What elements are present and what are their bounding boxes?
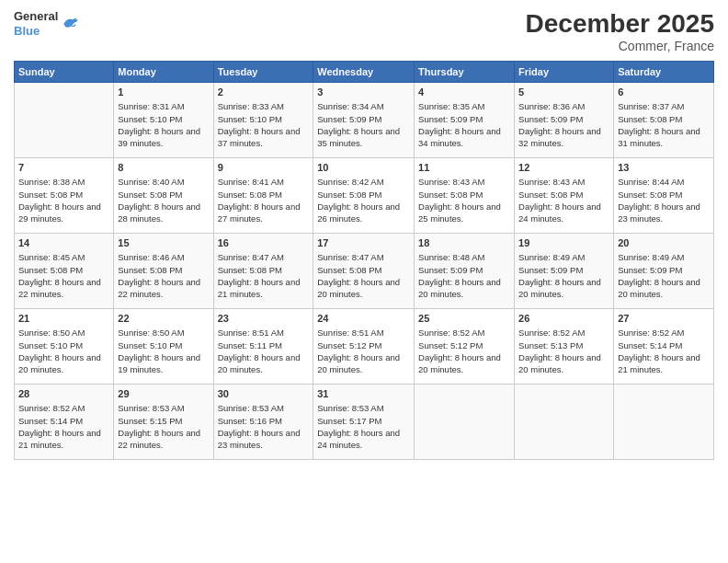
day-cell: 27 Sunrise: 8:52 AM Sunset: 5:14 PM Dayl… (614, 309, 714, 385)
day-cell: 20 Sunrise: 8:49 AM Sunset: 5:09 PM Dayl… (614, 234, 714, 309)
sunset-text: Sunset: 5:13 PM (518, 340, 583, 350)
logo: General Blue (14, 9, 79, 38)
sunset-text: Sunset: 5:14 PM (618, 340, 682, 350)
header: General Blue December 2025 Commer, Franc… (14, 9, 714, 53)
sunset-text: Sunset: 5:08 PM (18, 190, 83, 200)
day-cell: 25 Sunrise: 8:52 AM Sunset: 5:12 PM Dayl… (415, 309, 515, 385)
sunrise-text: Sunrise: 8:42 AM (317, 177, 383, 187)
daylight-text: Daylight: 8 hours and 27 minutes. (218, 201, 301, 224)
day-number: 8 (118, 161, 209, 175)
day-number: 14 (18, 236, 109, 250)
day-cell: 14 Sunrise: 8:45 AM Sunset: 5:08 PM Dayl… (15, 234, 114, 309)
weekday-header-friday: Friday (515, 62, 614, 83)
day-number: 19 (518, 236, 609, 250)
sunset-text: Sunset: 5:11 PM (218, 340, 282, 350)
day-cell: 1 Sunrise: 8:31 AM Sunset: 5:10 PM Dayli… (114, 83, 213, 158)
daylight-text: Daylight: 8 hours and 20 minutes. (518, 352, 601, 374)
location: Commer, France (526, 39, 714, 53)
daylight-text: Daylight: 8 hours and 20 minutes. (518, 277, 601, 299)
daylight-text: Daylight: 8 hours and 24 minutes. (317, 428, 400, 450)
day-number: 17 (317, 236, 410, 250)
daylight-text: Daylight: 8 hours and 32 minutes. (518, 126, 601, 148)
sunrise-text: Sunrise: 8:48 AM (418, 252, 484, 262)
sunrise-text: Sunrise: 8:45 AM (18, 252, 85, 262)
sunset-text: Sunset: 5:10 PM (118, 340, 182, 350)
day-number: 9 (218, 161, 310, 175)
sunset-text: Sunset: 5:09 PM (418, 265, 483, 275)
day-cell: 31 Sunrise: 8:53 AM Sunset: 5:17 PM Dayl… (313, 385, 415, 460)
day-number: 7 (18, 161, 109, 175)
day-cell: 4 Sunrise: 8:35 AM Sunset: 5:09 PM Dayli… (415, 83, 515, 158)
logo-general: General (14, 9, 58, 24)
day-cell: 21 Sunrise: 8:50 AM Sunset: 5:10 PM Dayl… (15, 309, 114, 385)
sunset-text: Sunset: 5:08 PM (618, 190, 682, 200)
sunrise-text: Sunrise: 8:35 AM (418, 101, 484, 111)
daylight-text: Daylight: 8 hours and 21 minutes. (618, 352, 700, 374)
weekday-header-monday: Monday (114, 62, 213, 83)
day-cell: 29 Sunrise: 8:53 AM Sunset: 5:15 PM Dayl… (114, 385, 213, 460)
day-cell: 16 Sunrise: 8:47 AM Sunset: 5:08 PM Dayl… (213, 234, 313, 309)
sunset-text: Sunset: 5:09 PM (317, 114, 381, 124)
day-number: 15 (118, 236, 209, 250)
sunset-text: Sunset: 5:09 PM (418, 114, 483, 124)
day-number: 23 (218, 312, 310, 326)
day-cell: 9 Sunrise: 8:41 AM Sunset: 5:08 PM Dayli… (213, 158, 313, 234)
sunset-text: Sunset: 5:08 PM (118, 265, 182, 275)
day-cell: 28 Sunrise: 8:52 AM Sunset: 5:14 PM Dayl… (15, 385, 114, 460)
sunrise-text: Sunrise: 8:49 AM (518, 252, 585, 262)
day-number: 10 (317, 161, 410, 175)
sunset-text: Sunset: 5:17 PM (317, 416, 381, 426)
sunrise-text: Sunrise: 8:31 AM (118, 101, 184, 111)
daylight-text: Daylight: 8 hours and 39 minutes. (118, 126, 200, 148)
sunrise-text: Sunrise: 8:50 AM (18, 327, 85, 338)
day-cell: 18 Sunrise: 8:48 AM Sunset: 5:09 PM Dayl… (415, 234, 515, 309)
daylight-text: Daylight: 8 hours and 21 minutes. (218, 277, 301, 299)
week-row-1: 7 Sunrise: 8:38 AM Sunset: 5:08 PM Dayli… (15, 158, 714, 234)
day-number: 22 (118, 312, 209, 326)
day-number: 27 (618, 312, 710, 326)
day-cell: 2 Sunrise: 8:33 AM Sunset: 5:10 PM Dayli… (213, 83, 313, 158)
sunset-text: Sunset: 5:08 PM (418, 190, 483, 200)
sunrise-text: Sunrise: 8:52 AM (518, 327, 585, 338)
day-cell: 22 Sunrise: 8:50 AM Sunset: 5:10 PM Dayl… (114, 309, 213, 385)
sunrise-text: Sunrise: 8:38 AM (18, 177, 85, 187)
day-cell: 11 Sunrise: 8:43 AM Sunset: 5:08 PM Dayl… (415, 158, 515, 234)
sunset-text: Sunset: 5:08 PM (317, 190, 381, 200)
sunset-text: Sunset: 5:09 PM (518, 114, 583, 124)
sunrise-text: Sunrise: 8:47 AM (317, 252, 383, 262)
daylight-text: Daylight: 8 hours and 19 minutes. (118, 352, 200, 374)
day-cell: 12 Sunrise: 8:43 AM Sunset: 5:08 PM Dayl… (515, 158, 614, 234)
day-number: 5 (518, 86, 609, 99)
sunrise-text: Sunrise: 8:52 AM (618, 327, 684, 338)
sunset-text: Sunset: 5:08 PM (218, 265, 282, 275)
month-title: December 2025 (526, 9, 714, 39)
weekday-header-thursday: Thursday (415, 62, 515, 83)
sunrise-text: Sunrise: 8:41 AM (218, 177, 284, 187)
day-number: 13 (618, 161, 710, 175)
weekday-header-row: SundayMondayTuesdayWednesdayThursdayFrid… (15, 62, 714, 83)
daylight-text: Daylight: 8 hours and 20 minutes. (317, 352, 400, 374)
sunrise-text: Sunrise: 8:52 AM (418, 327, 484, 338)
calendar-table: SundayMondayTuesdayWednesdayThursdayFrid… (14, 61, 714, 460)
sunrise-text: Sunrise: 8:40 AM (118, 177, 184, 187)
weekday-header-wednesday: Wednesday (313, 62, 415, 83)
day-number: 11 (418, 161, 510, 175)
week-row-4: 28 Sunrise: 8:52 AM Sunset: 5:14 PM Dayl… (15, 385, 714, 460)
daylight-text: Daylight: 8 hours and 22 minutes. (118, 277, 200, 299)
day-cell: 3 Sunrise: 8:34 AM Sunset: 5:09 PM Dayli… (313, 83, 415, 158)
day-cell: 6 Sunrise: 8:37 AM Sunset: 5:08 PM Dayli… (614, 83, 714, 158)
daylight-text: Daylight: 8 hours and 24 minutes. (518, 201, 601, 224)
sunset-text: Sunset: 5:08 PM (317, 265, 381, 275)
day-number: 30 (218, 387, 310, 401)
day-number: 21 (18, 312, 109, 326)
daylight-text: Daylight: 8 hours and 20 minutes. (317, 277, 400, 299)
sunset-text: Sunset: 5:16 PM (218, 416, 282, 426)
daylight-text: Daylight: 8 hours and 25 minutes. (418, 201, 501, 224)
weekday-header-saturday: Saturday (614, 62, 714, 83)
sunrise-text: Sunrise: 8:53 AM (118, 403, 184, 413)
sunset-text: Sunset: 5:10 PM (218, 114, 282, 124)
day-number: 29 (118, 387, 209, 401)
sunrise-text: Sunrise: 8:34 AM (317, 101, 383, 111)
calendar-container: General Blue December 2025 Commer, Franc… (0, 0, 728, 563)
day-cell (415, 385, 515, 460)
